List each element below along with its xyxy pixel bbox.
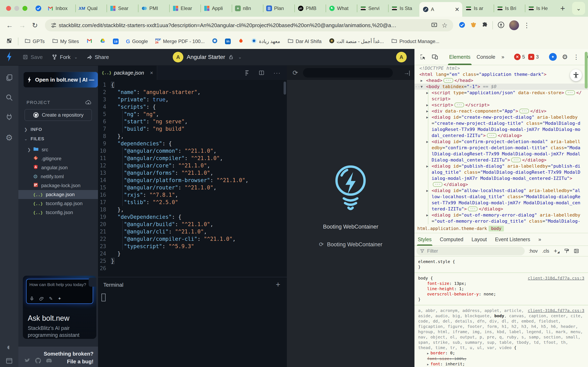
file-row-package-json[interactable]: {..}package.json: [18, 190, 98, 199]
browser-profile-avatar[interactable]: [509, 20, 519, 30]
code-line[interactable]: 9 "dependencies": {: [98, 140, 287, 147]
more-tabs-icon[interactable]: »: [502, 49, 504, 65]
back-button[interactable]: ←: [3, 21, 16, 29]
twitter-icon[interactable]: [24, 357, 31, 364]
save-button[interactable]: Save: [22, 54, 43, 60]
ports-plug-icon[interactable]: [0, 113, 18, 122]
dom-node[interactable]: ▶<dialog id="allow-localhost-dialog" ari…: [415, 188, 588, 212]
expand-children-badge[interactable]: ···: [454, 103, 464, 107]
bookmark-drive[interactable]: [97, 36, 108, 47]
bookmark-my-sites[interactable]: My Sites: [49, 36, 82, 47]
extension-check-icon[interactable]: [458, 21, 466, 29]
file-row-tsconfig-json[interactable]: {..}tsconfig.json: [18, 208, 98, 217]
bookmark-غداً-أجمل-منصة-الت-[interactable]: غداً أجمل - منصة الت...: [326, 36, 387, 47]
expand-arrow-icon[interactable]: ▶: [426, 102, 428, 108]
new-tab-button[interactable]: +: [556, 4, 569, 13]
attach-file-icon[interactable]: [39, 296, 44, 301]
stylesheet-link[interactable]: client-318d…fd77a.css:3: [528, 275, 584, 281]
file-row-package-lock-json[interactable]: package-lock.json: [18, 181, 98, 190]
expand-children-badge[interactable]: ···: [565, 90, 575, 95]
browser-tab-qual[interactable]: XMQual: [75, 0, 107, 17]
tab-layout[interactable]: Layout: [471, 233, 487, 246]
dom-node[interactable]: ···▼<body tabindex="-1"> == $0: [415, 83, 588, 90]
prettier-icon[interactable]: [245, 70, 250, 76]
code-line[interactable]: 4 "scripts": {: [98, 103, 287, 110]
close-window-button[interactable]: [6, 6, 11, 11]
browser-menu-icon[interactable]: ⋮: [523, 21, 530, 29]
forward-button[interactable]: →: [16, 21, 29, 29]
dom-node[interactable]: ▶<head>···</head>: [415, 77, 588, 83]
browser-tab-is-bri[interactable]: Is Bri: [494, 0, 525, 17]
microphone-icon[interactable]: [29, 296, 34, 301]
project-title[interactable]: Angular Starter: [187, 54, 225, 60]
bookmark-معهد-ريادة[interactable]: معهد ريادة: [248, 36, 283, 47]
bookmark-gmail[interactable]: [84, 36, 95, 47]
stylesheet-link[interactable]: client-318d…fd77a.css:3: [528, 308, 584, 313]
browser-tab-what[interactable]: What: [326, 0, 357, 17]
browser-tab-pmb[interactable]: PMB: [294, 0, 326, 17]
code-line[interactable]: 18 },: [98, 206, 287, 213]
file-row-netlify-toml[interactable]: ⚙netlify.toml: [18, 172, 98, 181]
split-editor-icon[interactable]: [259, 70, 264, 76]
expand-children-badge[interactable]: ···: [443, 78, 453, 83]
toggle-panel-icon[interactable]: [0, 357, 18, 366]
code-line[interactable]: 25}: [98, 257, 287, 265]
code-line[interactable]: 15 "@angular/router": "^21.1.0",: [98, 184, 287, 191]
browser-tab-appli[interactable]: Appli: [200, 0, 232, 17]
expand-arrow-icon[interactable]: ▶: [426, 114, 428, 120]
expand-arrow-icon[interactable]: ▶: [426, 139, 428, 145]
chevron-down-icon[interactable]: ⌄: [238, 55, 242, 59]
bolt-card-corner-button[interactable]: [89, 278, 96, 287]
code-line[interactable]: 11 "@angular/compiler": "^21.1.0",: [98, 155, 287, 162]
browser-tab-is-he[interactable]: Is He: [525, 0, 556, 17]
code-line[interactable]: 3 "private": true,: [98, 96, 287, 103]
expand-arrow-icon[interactable]: ▶: [426, 188, 428, 194]
new-terminal-icon[interactable]: +: [276, 280, 280, 289]
code-line[interactable]: 17 "tslib": "^2.5.0": [98, 199, 287, 206]
devtools-tab-elements[interactable]: Elements: [449, 49, 470, 65]
ai-assistant-icon[interactable]: ✦: [549, 53, 557, 61]
open-in-bolt-button[interactable]: Open in bolt.new | AI —: [23, 72, 98, 88]
more-actions-icon[interactable]: ···: [273, 69, 281, 76]
css-property[interactable]: overscroll-behavior-y: none;: [418, 291, 584, 297]
theme-contrast-icon[interactable]: ◐: [0, 342, 18, 352]
expand-arrow-open-icon[interactable]: ▼: [421, 83, 423, 90]
tab-search-button[interactable]: ⌄: [572, 2, 585, 15]
code-line[interactable]: 1{: [98, 81, 287, 89]
expand-arrow-icon[interactable]: ▶: [426, 90, 428, 96]
install-app-icon[interactable]: [431, 22, 438, 29]
open-preview-in-new-panel-icon[interactable]: →|: [404, 69, 410, 76]
dom-node[interactable]: <!DOCTYPE html>: [415, 65, 588, 71]
expand-arrow-icon[interactable]: ▶: [426, 163, 428, 169]
code-line[interactable]: 19 "devDependencies": {: [98, 213, 287, 221]
toggle-classes[interactable]: .cls: [542, 248, 549, 254]
dom-node[interactable]: <html lang="en" class="application theme…: [415, 71, 588, 77]
file-row-tsconfig-app-json[interactable]: {..}tsconfig.app.json: [18, 199, 98, 208]
create-repository-button[interactable]: Create a repository: [25, 109, 92, 121]
expand-children-badge[interactable]: ···: [468, 207, 477, 211]
tab-computed[interactable]: Computed: [440, 233, 463, 246]
expand-arrow-icon[interactable]: ▶: [426, 108, 428, 114]
code-line[interactable]: 2 "name": "angular-starter",: [98, 89, 287, 96]
file-row-angular-json[interactable]: angular.json: [18, 163, 98, 172]
browser-tab-is-ar[interactable]: Is ar: [462, 0, 493, 17]
reload-button[interactable]: ↻: [29, 21, 41, 29]
css-property[interactable]: line-height: 1;: [418, 286, 584, 291]
code-line[interactable]: 23 "typescript": "^5.9.3": [98, 243, 287, 250]
code-line[interactable]: 6 "start": "ng serve",: [98, 118, 287, 125]
browser-tab-plan[interactable]: Plan: [263, 0, 294, 17]
preview-refresh-icon[interactable]: ⟳: [293, 69, 298, 77]
project-files-icon[interactable]: [0, 73, 18, 82]
dom-node[interactable]: ▶<dialog id="confirm-project-deletion-mo…: [415, 139, 588, 163]
expand-arrow-icon[interactable]: ▶: [421, 77, 423, 83]
browser-tab-sear[interactable]: Sear: [107, 0, 138, 17]
code-line[interactable]: 5 "ng": "ng",: [98, 110, 287, 118]
styles-filter-input[interactable]: Filter: [416, 247, 525, 255]
user-avatar[interactable]: A: [396, 52, 407, 62]
dom-node[interactable]: ▶<script>···</script>: [415, 102, 588, 108]
code-line[interactable]: 16 "rxjs": "^7.8.1",: [98, 191, 287, 199]
browser-tab-servi[interactable]: Servi: [357, 0, 388, 17]
dom-node[interactable]: ▶<div data-react-component="App">···</di…: [415, 108, 588, 114]
github-icon[interactable]: [35, 357, 42, 364]
css-property[interactable]: ▶font: inherit;: [418, 361, 584, 367]
